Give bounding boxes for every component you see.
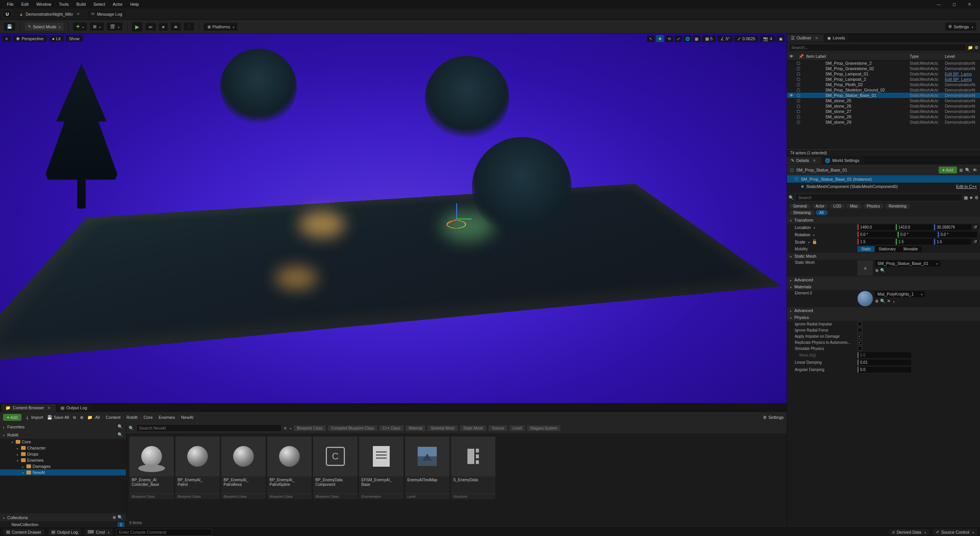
scale-z-input[interactable]: 1.5 — [934, 239, 971, 245]
tree-item[interactable]: Enemies — [0, 457, 126, 463]
filter-chip[interactable]: Rendering — [885, 204, 910, 209]
coord-space-icon[interactable]: 🌐 — [684, 35, 691, 42]
material-dropdown[interactable]: Mat_PolyKnights_1 — [875, 291, 925, 297]
outliner-row[interactable]: ⬡SM_Prop_Skeleton_Ground_02StaticMeshAct… — [787, 87, 980, 93]
outliner-row[interactable]: ⬡SM_stone_26StaticMeshActcDemonstrationN — [787, 103, 980, 109]
breadcrumb-segment[interactable]: Enemies — [158, 415, 175, 420]
asset-tile[interactable]: EFSM_EnemyAI_BaseEnumeration — [359, 436, 403, 499]
breadcrumb-segment[interactable]: NewAI — [181, 415, 193, 420]
browse-icon[interactable]: 🔍 — [965, 168, 970, 173]
menu-file[interactable]: File — [3, 1, 18, 8]
tree-item[interactable]: NewAI — [0, 469, 126, 476]
search-icon[interactable]: 🔍 — [118, 432, 123, 437]
scale-y-input[interactable]: 1.5 — [896, 239, 933, 245]
filter-chip[interactable]: Streaming — [789, 210, 815, 215]
close-icon[interactable]: ✕ — [46, 406, 52, 410]
folder-add-icon[interactable]: 📁 — [968, 45, 973, 50]
asset-tile[interactable]: S_EnemyDataStructure — [451, 436, 495, 499]
scale-snap-value[interactable]: ⤢0.0625 — [734, 35, 758, 42]
cmd-dropdown[interactable]: ⌨Cmd — [85, 529, 112, 535]
breadcrumb-segment[interactable]: Core — [144, 415, 153, 420]
search-icon[interactable]: 🔍 — [118, 515, 123, 520]
static-mesh-section[interactable]: Static Mesh — [787, 253, 980, 260]
filter-chip[interactable]: Material — [406, 425, 426, 431]
breadcrumb-segment[interactable]: Robitt — [127, 415, 138, 420]
rotate-tool-icon[interactable]: ⟲ — [665, 35, 673, 42]
linear-damping-input[interactable]: 0.01 — [858, 360, 911, 365]
location-z-input[interactable]: 30.268579 — [934, 224, 971, 230]
menu-help[interactable]: Help — [126, 1, 143, 8]
minimize-button[interactable]: — — [931, 0, 946, 8]
play-button[interactable]: ▶ — [132, 22, 142, 31]
location-y-input[interactable]: 1410.0 — [896, 224, 933, 230]
instance-row[interactable]: ⬡SM_Prop_Statue_Base_01 (Instance) — [787, 175, 980, 183]
reset-icon[interactable]: ↺ — [973, 239, 977, 244]
lit-dropdown[interactable]: ●Lit — [49, 35, 64, 42]
browse-icon[interactable]: 🔍 — [880, 299, 885, 304]
grid-snap-value[interactable]: ▦5 — [702, 35, 716, 42]
asset-tile[interactable]: BP_Enemy_AIController_BaseBlueprint Clas… — [129, 436, 174, 499]
maximize-button[interactable]: ◻ — [946, 0, 962, 8]
grid-icon[interactable]: ▦ — [964, 195, 968, 200]
search-icon[interactable]: 🔍 — [118, 424, 123, 429]
outliner-list[interactable]: ⬡SM_Prop_Gravestone_2StaticMeshActcDemon… — [787, 60, 980, 149]
add-content-button[interactable]: ✚ — [73, 23, 87, 31]
materials-section[interactable]: Materials — [787, 283, 980, 290]
rotation-x-input[interactable]: 0.0 ° — [858, 232, 897, 237]
scale-tool-icon[interactable]: ⤢ — [675, 35, 682, 42]
details-search-input[interactable] — [795, 194, 962, 201]
filter-chip[interactable]: Actor — [812, 204, 828, 209]
mobility-segmented[interactable]: Static Stationary Movable — [858, 246, 922, 252]
breadcrumb[interactable]: 📁All›Content›Robitt›Core›Enemies›NewAI — [87, 415, 193, 420]
message-log-tab[interactable]: ✉ Message Log — [88, 10, 125, 18]
outliner-row[interactable]: ⬡SM_Prop_Lampost_2StaticMeshActcEdit BP_… — [787, 77, 980, 82]
console-input[interactable] — [116, 529, 212, 536]
filter-chip[interactable]: Blueprint Class — [294, 425, 325, 431]
levels-tab[interactable]: ◉Levels — [823, 34, 849, 42]
breadcrumb-segment[interactable]: Content — [106, 415, 121, 420]
material-thumbnail[interactable] — [858, 291, 873, 306]
close-button[interactable]: ✕ — [962, 0, 977, 8]
physics-section[interactable]: Physics — [787, 314, 980, 321]
browse-icon[interactable]: 🔍 — [880, 268, 885, 273]
reset-icon[interactable]: ↺ — [973, 225, 977, 230]
eject-button[interactable]: ⏏ — [171, 23, 181, 31]
select-mode-dropdown[interactable]: ↖ Select Mode — [25, 23, 64, 31]
lock-icon[interactable]: 🔓 — [812, 239, 817, 244]
filter-icon[interactable]: ≡ — [284, 426, 286, 430]
filter-chip[interactable]: Level — [510, 425, 525, 431]
tree-item[interactable]: Character — [0, 445, 126, 451]
apply-impulse-checkbox[interactable] — [858, 334, 862, 338]
filter-dropdown[interactable] — [289, 426, 291, 430]
history-fwd-icon[interactable]: ⊕ — [80, 415, 83, 420]
filter-chip[interactable]: Static Mesh — [460, 425, 486, 431]
close-icon[interactable]: ✕ — [813, 36, 820, 40]
select-tool-icon[interactable]: ↖ — [647, 35, 655, 42]
use-icon[interactable]: ⊕ — [875, 268, 879, 273]
maximize-viewport-icon[interactable]: ▣ — [777, 35, 784, 42]
location-x-input[interactable]: 1480.0 — [858, 224, 895, 230]
outliner-row[interactable]: ⬡SM_Prop_Plinth_02StaticMeshActcDemonstr… — [787, 82, 980, 87]
asset-search-input[interactable] — [136, 424, 282, 432]
tree-item[interactable]: Damages — [0, 463, 126, 469]
move-tool-icon[interactable]: ✥ — [656, 35, 664, 42]
menu-tools[interactable]: Tools — [55, 1, 73, 8]
world-settings-tab[interactable]: 🌐World Settings — [821, 157, 863, 164]
play-options-button[interactable]: ⋮ — [184, 23, 194, 31]
angle-snap-value[interactable]: ∠5° — [717, 35, 733, 42]
viewport-menu-button[interactable]: ≡ — [2, 35, 11, 42]
static-mesh-dropdown[interactable]: SM_Prop_Statue_Base_01 — [875, 260, 940, 266]
menu-select[interactable]: Select — [90, 1, 109, 8]
asset-tile[interactable]: BP_EnemyAI_PatrolAreaBlueprint Class — [221, 436, 266, 499]
rotation-z-input[interactable]: 0.0 ° — [938, 232, 977, 237]
close-icon[interactable]: ✕ — [75, 12, 81, 16]
content-browser-tab[interactable]: 📁Content Browser✕ — [2, 404, 56, 412]
component-row[interactable]: ◈StaticMeshComponent (StaticMeshComponen… — [787, 183, 980, 190]
settings-dropdown[interactable]: ⚙ Settings — [945, 23, 976, 31]
filter-chip[interactable]: Niagara System — [527, 425, 560, 431]
filter-chip[interactable]: Skeletal Mesh — [428, 425, 458, 431]
add-button[interactable]: + Add — [3, 414, 21, 421]
tree-item[interactable]: Core — [0, 439, 126, 445]
outliner-row[interactable]: ⬡SM_Prop_Gravestone_2StaticMeshActcDemon… — [787, 60, 980, 66]
gear-icon[interactable]: ⚙ — [975, 195, 978, 200]
